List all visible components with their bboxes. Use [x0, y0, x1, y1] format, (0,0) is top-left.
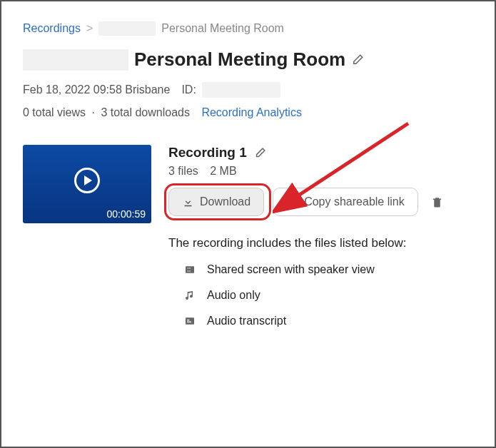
svg-rect-5 [186, 317, 194, 324]
transcript-icon [184, 315, 197, 327]
download-icon [182, 196, 194, 208]
meta-row: Feb 18, 2022 09:58 Brisbane ID: [23, 82, 473, 98]
file-info: 3 files 2 MB [168, 165, 473, 178]
action-buttons: Download Copy shareable link [168, 188, 473, 216]
copy-link-button[interactable]: Copy shareable link [273, 188, 418, 216]
download-button[interactable]: Download [168, 188, 264, 216]
link-icon [286, 196, 298, 208]
breadcrumb-current: Personal Meeting Room [161, 22, 284, 35]
recording-details: Recording 1 3 files 2 MB Download [168, 145, 473, 340]
svg-point-4 [189, 270, 191, 272]
redacted-title-prefix [23, 49, 128, 71]
breadcrumb: Recordings > Personal Meeting Room [23, 21, 473, 36]
file-name: Shared screen with speaker view [207, 263, 375, 276]
recording-title: Recording 1 [168, 145, 247, 161]
video-icon [184, 264, 197, 275]
includes-label: The recording includes the files listed … [168, 236, 473, 250]
list-item: Audio transcript [168, 315, 473, 327]
recording-duration: 00:00:59 [107, 208, 146, 220]
list-item: Shared screen with speaker view [168, 263, 473, 276]
file-count: 3 files [168, 165, 198, 177]
recording-thumbnail[interactable]: 00:00:59 [23, 145, 151, 223]
trash-icon[interactable] [431, 196, 443, 208]
copy-link-button-label: Copy shareable link [304, 195, 405, 208]
svg-rect-7 [187, 322, 191, 322]
recording-block: 00:00:59 Recording 1 3 files 2 MB D [23, 145, 473, 340]
recording-datetime: Feb 18, 2022 09:58 Brisbane [23, 83, 170, 96]
file-name: Audio only [207, 289, 260, 302]
music-note-icon [184, 290, 197, 301]
download-button-label: Download [200, 195, 250, 208]
recording-analytics-link[interactable]: Recording Analytics [201, 106, 302, 118]
play-icon [74, 168, 100, 193]
list-item: Audio only [168, 289, 473, 302]
file-size: 2 MB [210, 165, 236, 177]
breadcrumb-root-link[interactable]: Recordings [23, 22, 81, 35]
svg-point-2 [189, 268, 191, 269]
svg-point-3 [188, 270, 189, 272]
stats-row: 0 total views · 3 total downloads Record… [23, 106, 473, 119]
included-files-list: Shared screen with speaker view Audio on… [168, 263, 473, 327]
stats-dot: · [92, 106, 95, 118]
file-name: Audio transcript [207, 315, 286, 327]
page-title: Personal Meeting Room [134, 49, 345, 71]
page-title-row: Personal Meeting Room [23, 49, 473, 71]
svg-rect-0 [186, 266, 194, 273]
pencil-icon[interactable] [351, 54, 364, 66]
svg-rect-6 [187, 320, 189, 320]
redacted-meeting-id [202, 82, 280, 98]
svg-point-1 [188, 268, 189, 269]
breadcrumb-separator: > [86, 22, 93, 35]
pencil-icon[interactable] [254, 147, 266, 159]
views-count: 0 total views [23, 106, 86, 118]
id-label: ID: [181, 83, 196, 96]
redacted-owner-name [98, 21, 156, 36]
downloads-count: 3 total downloads [101, 106, 190, 118]
